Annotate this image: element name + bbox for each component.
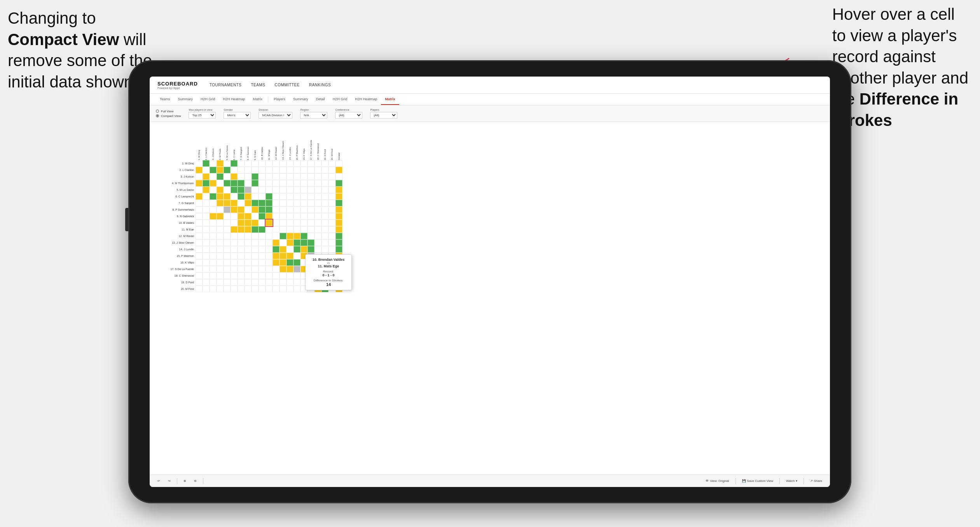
cell-1-12[interactable] — [273, 160, 280, 167]
cell-5-1[interactable] — [196, 187, 203, 193]
cell-6-8[interactable] — [245, 193, 252, 200]
cell-10-10[interactable] — [259, 220, 266, 226]
cell-13-7[interactable] — [238, 239, 245, 246]
cell-3-10[interactable] — [259, 173, 266, 180]
cell-18-15[interactable] — [293, 272, 300, 279]
cell-1-16[interactable] — [300, 160, 307, 167]
cell-6-16[interactable] — [300, 193, 307, 200]
subnav-h2h-heatmap2[interactable]: H2H Heatmap — [351, 94, 381, 105]
cell-15-8[interactable] — [245, 253, 252, 259]
cell-6-14[interactable] — [286, 193, 293, 200]
cell-4-13[interactable] — [280, 180, 286, 187]
cell-16-7[interactable] — [238, 259, 245, 266]
cell-17-14[interactable] — [286, 266, 293, 272]
cell-12-15[interactable] — [293, 233, 300, 239]
cell-13-20[interactable] — [328, 239, 335, 246]
cell-19-5[interactable] — [224, 279, 231, 286]
cell-9-11[interactable] — [266, 213, 273, 220]
cell-12-9[interactable] — [252, 233, 259, 239]
cell-6-4[interactable] — [217, 193, 224, 200]
cell-10-4[interactable] — [217, 220, 224, 226]
cell-4-16[interactable] — [300, 180, 307, 187]
subnav-teams[interactable]: Teams — [156, 94, 174, 105]
cell-5-12[interactable] — [273, 187, 280, 193]
cell-19-10[interactable] — [259, 279, 266, 286]
cell-5-18[interactable] — [314, 187, 321, 193]
cell-14-5[interactable] — [224, 246, 231, 253]
cell-11-11[interactable] — [266, 226, 273, 233]
cell-12-16[interactable] — [300, 233, 307, 239]
cell-14-16[interactable] — [300, 246, 307, 253]
cell-13-17[interactable] — [307, 239, 314, 246]
cell-1-11[interactable] — [266, 160, 273, 167]
cell-17-2[interactable] — [203, 266, 210, 272]
cell-11-19[interactable] — [321, 226, 328, 233]
cell-1-18[interactable] — [314, 160, 321, 167]
cell-5-21[interactable] — [335, 187, 342, 193]
cell-15-12[interactable] — [273, 253, 280, 259]
cell-16-11[interactable] — [266, 259, 273, 266]
subnav-h2h-grid2[interactable]: H2H Grid — [329, 94, 351, 105]
cell-4-3[interactable] — [210, 180, 217, 187]
cell-20-4[interactable] — [217, 286, 224, 292]
cell-3-3[interactable] — [210, 173, 217, 180]
cell-14-9[interactable] — [252, 246, 259, 253]
cell-2-2[interactable] — [203, 167, 210, 173]
cell-6-19[interactable] — [321, 193, 328, 200]
cell-18-2[interactable] — [203, 272, 210, 279]
cell-8-3[interactable] — [210, 206, 217, 213]
cell-17-9[interactable] — [252, 266, 259, 272]
cell-20-15[interactable] — [293, 286, 300, 292]
cell-11-17[interactable] — [307, 226, 314, 233]
cell-17-15[interactable] — [293, 266, 300, 272]
cell-2-19[interactable] — [321, 167, 328, 173]
cell-10-12[interactable] — [273, 220, 280, 226]
cell-7-14[interactable] — [286, 200, 293, 206]
cell-4-20[interactable] — [328, 180, 335, 187]
cell-20-14[interactable] — [286, 286, 293, 292]
cell-6-20[interactable] — [328, 193, 335, 200]
cell-7-16[interactable] — [300, 200, 307, 206]
cell-16-12[interactable] — [273, 259, 280, 266]
cell-3-6[interactable] — [231, 173, 238, 180]
cell-13-4[interactable] — [217, 239, 224, 246]
cell-9-4[interactable] — [217, 213, 224, 220]
cell-5-5[interactable] — [224, 187, 231, 193]
cell-9-1[interactable] — [196, 213, 203, 220]
cell-6-17[interactable] — [307, 193, 314, 200]
cell-7-21[interactable] — [335, 200, 342, 206]
cell-12-2[interactable] — [203, 233, 210, 239]
cell-9-10[interactable] — [259, 213, 266, 220]
cell-2-6[interactable] — [231, 167, 238, 173]
cell-8-18[interactable] — [314, 206, 321, 213]
compact-view-radio[interactable] — [156, 114, 159, 117]
zoom-out-button[interactable]: ⊖ — [192, 478, 198, 483]
cell-10-19[interactable] — [321, 220, 328, 226]
gender-select[interactable]: Men's — [224, 112, 251, 119]
cell-6-7[interactable] — [238, 193, 245, 200]
cell-11-13[interactable] — [280, 226, 286, 233]
cell-4-8[interactable] — [245, 180, 252, 187]
cell-2-17[interactable] — [307, 167, 314, 173]
cell-8-13[interactable] — [280, 206, 286, 213]
cell-1-4[interactable] — [217, 160, 224, 167]
cell-20-11[interactable] — [266, 286, 273, 292]
cell-8-19[interactable] — [321, 206, 328, 213]
cell-1-3[interactable] — [210, 160, 217, 167]
cell-7-15[interactable] — [293, 200, 300, 206]
cell-6-13[interactable] — [280, 193, 286, 200]
cell-5-11[interactable] — [266, 187, 273, 193]
cell-2-13[interactable] — [280, 167, 286, 173]
subnav-h2h-grid1[interactable]: H2H Grid — [197, 94, 219, 105]
matrix-scroll-area[interactable]: 1. W Ding 2. L Clanton 3. J Koivun 4. M … — [150, 122, 830, 475]
cell-8-5[interactable] — [224, 206, 231, 213]
cell-4-6[interactable] — [231, 180, 238, 187]
cell-18-13[interactable] — [280, 272, 286, 279]
cell-4-21[interactable] — [335, 180, 342, 187]
cell-7-10[interactable] — [259, 200, 266, 206]
cell-19-13[interactable] — [280, 279, 286, 286]
cell-14-1[interactable] — [196, 246, 203, 253]
subnav-matrix1[interactable]: Matrix — [249, 94, 267, 105]
cell-19-3[interactable] — [210, 279, 217, 286]
cell-13-16[interactable] — [300, 239, 307, 246]
